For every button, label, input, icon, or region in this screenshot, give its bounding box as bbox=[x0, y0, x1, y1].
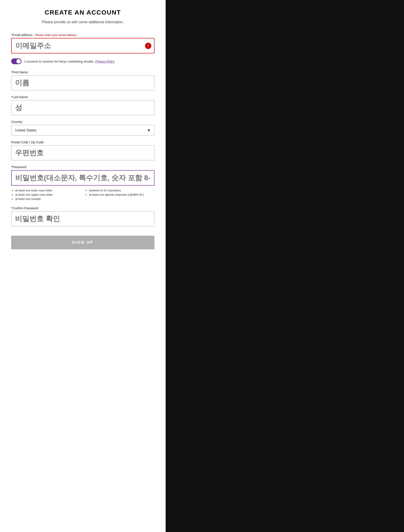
signup-button[interactable]: SIGN UP bbox=[11, 236, 154, 249]
country-label: Country: bbox=[11, 120, 154, 124]
hint-number: at least one number bbox=[15, 197, 81, 201]
consent-row: I consent to receive Arc'teryx marketing… bbox=[11, 58, 154, 64]
first-name-input-wrapper bbox=[11, 75, 154, 90]
postal-field-group: Postal Code / Zip Code: bbox=[11, 140, 154, 160]
email-field-group: *Email address: Please enter your email … bbox=[11, 33, 154, 53]
confirm-password-label: *Confirm Password: bbox=[11, 206, 154, 210]
password-field-group: *Password: at least one lower case lette… bbox=[11, 165, 154, 202]
hint-lowercase: at least one lower case letter bbox=[15, 189, 81, 192]
first-name-field-group: *First Name: bbox=[11, 70, 154, 90]
email-error-msg: Please enter your email address. bbox=[35, 33, 78, 37]
password-hints: at least one lower case letter at least … bbox=[11, 189, 154, 202]
last-name-field-group: *Last Name: bbox=[11, 95, 154, 115]
email-label: *Email address: Please enter your email … bbox=[11, 33, 154, 37]
postal-label: Postal Code / Zip Code: bbox=[11, 140, 154, 144]
confirm-password-input[interactable] bbox=[11, 211, 154, 226]
password-input-wrapper bbox=[11, 170, 154, 186]
first-name-label: *First Name: bbox=[11, 70, 154, 74]
country-select[interactable]: United States Canada United Kingdom Aust… bbox=[11, 125, 154, 135]
dark-panel bbox=[166, 0, 404, 532]
last-name-input[interactable] bbox=[11, 100, 154, 115]
password-hints-col2: between 8-15 characters at least one spe… bbox=[85, 189, 154, 202]
hint-length: between 8-15 characters bbox=[89, 189, 154, 192]
email-input-wrapper: ! bbox=[11, 38, 154, 53]
last-name-input-wrapper bbox=[11, 100, 154, 115]
confirm-password-input-wrapper bbox=[11, 211, 154, 226]
privacy-policy-link[interactable]: Privacy Policy bbox=[95, 60, 115, 63]
email-input[interactable] bbox=[11, 38, 154, 53]
postal-input-wrapper bbox=[11, 145, 154, 160]
hint-uppercase: at least one upper case letter bbox=[15, 193, 81, 196]
password-input[interactable] bbox=[11, 170, 154, 186]
first-name-input[interactable] bbox=[11, 75, 154, 90]
last-name-label: *Last Name: bbox=[11, 95, 154, 99]
password-label: *Password: bbox=[11, 165, 154, 169]
subtitle: Please provide us with some additional i… bbox=[11, 20, 154, 24]
postal-input[interactable] bbox=[11, 145, 154, 160]
confirm-password-field-group: *Confirm Password: bbox=[11, 206, 154, 226]
password-hints-col1: at least one lower case letter at least … bbox=[11, 189, 81, 202]
consent-text: I consent to receive Arc'teryx marketing… bbox=[24, 59, 115, 63]
page-title: CREATE AN ACCOUNT bbox=[11, 9, 154, 16]
hint-special: at least one special character (!@#$%^&*… bbox=[89, 193, 154, 196]
error-icon: ! bbox=[145, 43, 151, 49]
consent-toggle[interactable] bbox=[11, 58, 21, 64]
country-select-wrapper: United States Canada United Kingdom Aust… bbox=[11, 125, 154, 135]
form-panel: CREATE AN ACCOUNT Please provide us with… bbox=[0, 0, 166, 532]
country-field-group: Country: United States Canada United Kin… bbox=[11, 120, 154, 135]
